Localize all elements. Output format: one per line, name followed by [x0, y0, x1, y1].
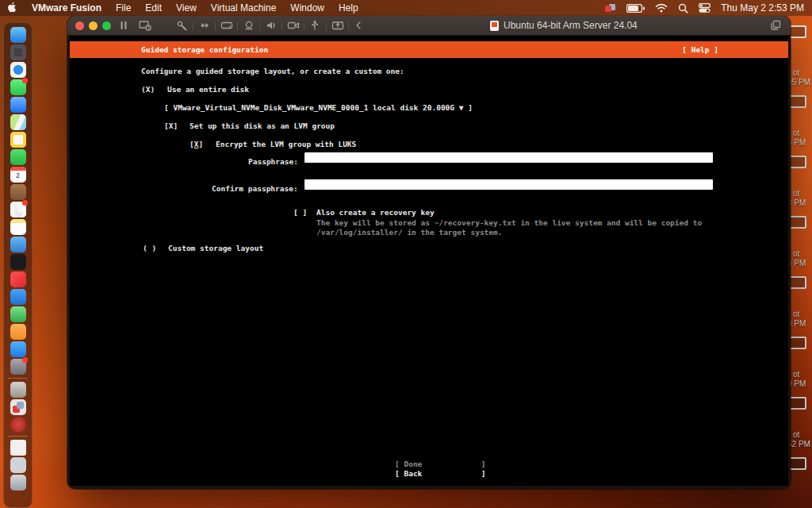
settings-wrench-icon[interactable] — [176, 20, 188, 31]
menu-virtual-machine[interactable]: Virtual Machine — [204, 2, 284, 13]
desktop-file-label[interactable]: ot 6 PM — [787, 129, 812, 148]
dock-safari[interactable] — [10, 62, 26, 78]
intro-text: Configure a guided storage layout, or cr… — [141, 67, 404, 75]
desktop-file-label[interactable]: ot 52 PM — [787, 430, 812, 449]
dock-separator — [8, 436, 28, 437]
dock-photos[interactable] — [10, 132, 26, 148]
dock-system-settings[interactable] — [10, 359, 26, 375]
entire-disk-radio[interactable]: (X) — [141, 85, 155, 94]
dock-separator — [8, 378, 28, 379]
dock-keynote[interactable] — [10, 289, 26, 305]
menu-edit[interactable]: Edit — [138, 2, 169, 13]
menu-app-name[interactable]: VMware Fusion — [25, 2, 109, 13]
dock-messages[interactable] — [10, 79, 26, 95]
dock-numbers[interactable] — [10, 306, 26, 322]
dock-contacts[interactable] — [10, 184, 26, 200]
dock-screenshot-thumbnail[interactable] — [10, 382, 26, 398]
dock-notes[interactable] — [10, 219, 26, 235]
dock-calendar[interactable]: 2 — [10, 167, 26, 183]
installer-header: Guided storage configuration [ Help ] — [70, 41, 788, 58]
disk-selector[interactable]: [ VMware_Virtual_NVMe_Disk_VMware_NVME_0… — [164, 103, 473, 112]
resize-arrows-icon[interactable] — [198, 20, 211, 31]
window-titlebar[interactable]: Ubuntu 64-bit Arm Server 24.04 — [67, 16, 791, 36]
desktop-file-icon[interactable] — [789, 457, 806, 470]
battery-icon[interactable] — [626, 4, 645, 13]
dock-document-file[interactable] — [10, 440, 26, 456]
custom-layout-label[interactable]: Custom storage layout — [168, 244, 263, 252]
video-camera-icon[interactable] — [287, 20, 300, 31]
menu-file[interactable]: File — [109, 2, 138, 13]
dock-vmware-fusion[interactable] — [10, 399, 26, 415]
dock-mail[interactable] — [10, 97, 26, 113]
dock-app-store[interactable] — [10, 341, 26, 357]
back-button[interactable]: [ Back ] — [395, 469, 485, 478]
dock-weather[interactable] — [10, 237, 26, 252]
snapshots-icon[interactable] — [139, 20, 151, 31]
vmware-status-icon[interactable] — [604, 2, 616, 13]
desktop-file-icon[interactable] — [789, 276, 806, 289]
zoom-button[interactable] — [102, 21, 111, 30]
dock-facetime[interactable] — [10, 149, 26, 165]
collapse-chevron-icon[interactable] — [354, 20, 363, 31]
fullscreen-icon[interactable] — [770, 20, 781, 31]
dock-reminders[interactable] — [10, 202, 26, 217]
custom-layout-radio[interactable]: ( ) — [143, 244, 156, 252]
desktop-file-icon[interactable] — [789, 216, 806, 229]
desktop-file-label[interactable]: ot 5 PM — [787, 249, 812, 268]
dock-maps[interactable] — [10, 114, 26, 130]
search-icon[interactable] — [678, 3, 688, 13]
usb-icon[interactable] — [309, 20, 320, 31]
lvm-label[interactable]: Set up this disk as an LVM group — [190, 121, 335, 130]
menu-clock[interactable]: Thu May 2 2:53 PM — [721, 2, 804, 13]
close-button[interactable] — [75, 21, 84, 30]
luks-label[interactable]: Encrypt the LVM group with LUKS — [216, 140, 356, 148]
dock: 2 — [3, 22, 33, 508]
desktop-file-icon[interactable] — [789, 337, 806, 349]
desktop-file-label[interactable]: ot 05 PM — [787, 68, 812, 87]
desktop-file-label[interactable]: ot 8 PM — [787, 189, 812, 208]
recovery-key-label[interactable]: Also create a recovery key — [316, 208, 435, 217]
menu-help[interactable]: Help — [331, 2, 366, 13]
passphrase-input[interactable] — [304, 152, 713, 163]
wifi-icon[interactable] — [655, 3, 668, 13]
menu-view[interactable]: View — [169, 2, 204, 13]
minimize-button[interactable] — [89, 21, 98, 30]
desktop-file-label[interactable]: ot 0 PM — [787, 370, 812, 389]
dock-trash[interactable] — [10, 475, 26, 491]
notification-badge — [22, 200, 28, 206]
recovery-key-help-1: The key will be stored as ~/recovery-key… — [316, 218, 702, 227]
display-share-icon[interactable] — [331, 20, 344, 31]
dock-finder[interactable] — [10, 27, 26, 43]
dock-news[interactable] — [10, 271, 26, 287]
dock-launchpad[interactable] — [10, 44, 26, 60]
control-center-icon[interactable] — [699, 3, 710, 13]
vm-console[interactable]: Guided storage configuration [ Help ] Co… — [70, 36, 788, 486]
done-button[interactable]: [ Done ] — [395, 460, 485, 468]
camera-icon[interactable] — [243, 20, 255, 31]
menu-window[interactable]: Window — [283, 2, 331, 13]
apple-icon — [7, 2, 17, 13]
window-title: Ubuntu 64-bit Arm Server 24.04 — [490, 20, 638, 31]
dock-red-dots-app[interactable] — [10, 417, 26, 433]
luks-checkbox[interactable]: [X] — [190, 140, 203, 148]
desktop-file-icon[interactable] — [789, 397, 806, 410]
lvm-checkbox[interactable]: [X] — [164, 121, 178, 130]
desktop-file-icon[interactable] — [789, 156, 806, 168]
apple-menu[interactable] — [0, 2, 25, 15]
dock-minimized-window[interactable] — [10, 457, 26, 473]
desktop-file-label[interactable]: ot 0 PM — [787, 310, 812, 329]
desktop-file-icon[interactable] — [789, 95, 806, 108]
recovery-key-help-2: /var/log/installer/ in the target system… — [316, 228, 503, 237]
desktop: ot 05 PM ot 6 PM ot 8 PM ot 5 PM ot 0 PM… — [0, 0, 812, 508]
help-button[interactable]: [ Help ] — [682, 45, 718, 54]
entire-disk-label[interactable]: Use an entire disk — [167, 85, 249, 94]
desktop-file-icon[interactable] — [789, 25, 806, 38]
dock-apple-tv[interactable] — [10, 254, 26, 270]
dock-pages[interactable] — [10, 324, 26, 340]
sound-icon[interactable] — [265, 20, 278, 31]
pause-icon[interactable] — [118, 20, 129, 31]
recovery-key-checkbox[interactable]: [ ] — [293, 208, 307, 217]
disk-icon[interactable] — [220, 20, 233, 31]
confirm-passphrase-label: Confirm passphrase: — [212, 184, 298, 193]
confirm-passphrase-input[interactable] — [304, 179, 713, 190]
